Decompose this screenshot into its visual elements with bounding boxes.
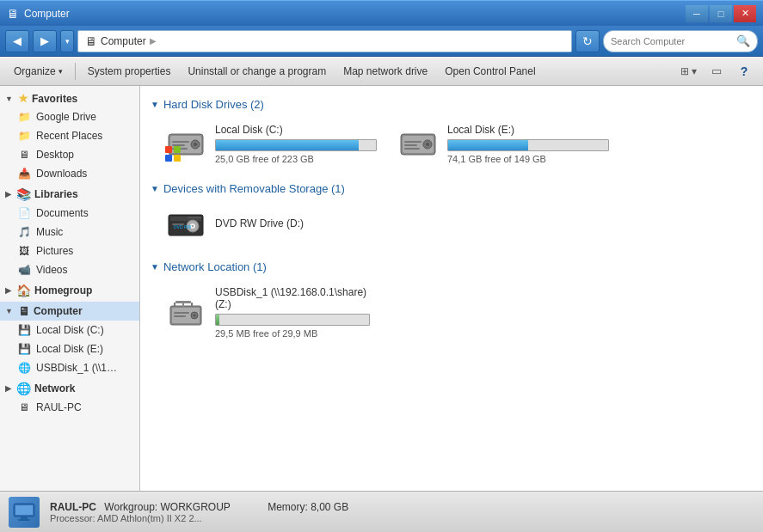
svg-point-14 — [426, 143, 429, 146]
svg-rect-7 — [165, 146, 172, 153]
minimize-button[interactable]: ─ — [686, 5, 708, 22]
title-bar: 🖥 Computer ─ □ ✕ — [0, 0, 763, 26]
close-button[interactable]: ✕ — [734, 5, 756, 22]
back-button[interactable]: ◀ — [5, 30, 29, 52]
uninstall-button[interactable]: Uninstall or change a program — [181, 60, 333, 83]
homegroup-label: Homegroup — [34, 284, 92, 297]
google-drive-icon: 📁 — [17, 110, 31, 124]
drive-e-space: 74,1 GB free of 149 GB — [447, 154, 609, 164]
preview-pane-button[interactable]: ▭ — [705, 60, 729, 83]
removable-section-arrow: ▼ — [151, 184, 159, 193]
window-icon: 🖥 — [7, 7, 19, 21]
refresh-button[interactable]: ↻ — [575, 30, 600, 52]
search-icon[interactable]: 🔍 — [736, 34, 750, 47]
sidebar-item-music[interactable]: 🎵 Music — [0, 223, 139, 242]
drive-e-name: Local Disk (E:) — [447, 124, 609, 136]
net-icon-container — [165, 296, 206, 330]
sidebar-section-favorites: ▼ ★ Favorites 📁 Google Drive 📁 Recent Pl… — [0, 89, 139, 183]
uninstall-label: Uninstall or change a program — [188, 65, 326, 77]
svg-rect-39 — [18, 519, 30, 521]
dvd-info: DVD RW Drive (D:) — [215, 217, 377, 233]
organize-button[interactable]: Organize ▾ — [7, 60, 70, 83]
drive-item-e[interactable]: Local Disk (E:) 74,1 GB free of 149 GB — [391, 119, 615, 168]
svg-rect-35 — [191, 303, 193, 306]
drive-item-network[interactable]: USBDisk_1 (\\192.168.0.1\share) (Z:) 29,… — [159, 282, 383, 343]
map-network-label: Map network drive — [343, 65, 428, 77]
sidebar-item-usbdisk[interactable]: 🌐 USBDisk_1 (\\192.16 — [0, 358, 139, 377]
drive-e-info: Local Disk (E:) 74,1 GB free of 149 GB — [447, 124, 609, 164]
network-drives-row: USBDisk_1 (\\192.168.0.1\share) (Z:) 29,… — [151, 282, 753, 343]
sidebar-item-label: RAUL-PC — [36, 401, 82, 413]
sidebar-item-label: Documents — [36, 207, 89, 219]
svg-rect-8 — [174, 146, 181, 153]
svg-rect-33 — [175, 301, 191, 303]
view-options-button[interactable]: ⊞ ▾ — [676, 60, 701, 83]
music-icon: 🎵 — [17, 225, 31, 239]
network-label: Network — [34, 382, 75, 394]
sidebar-item-label: Desktop — [36, 149, 74, 161]
sidebar-item-google-drive[interactable]: 📁 Google Drive — [0, 107, 139, 126]
path-text: Computer — [101, 35, 146, 47]
svg-point-23 — [192, 225, 194, 227]
sidebar-item-downloads[interactable]: 📥 Downloads — [0, 164, 139, 183]
address-path[interactable]: 🖥 Computer ▶ — [77, 30, 572, 52]
search-box[interactable]: 🔍 — [603, 30, 758, 52]
removable-section-header[interactable]: ▼ Devices with Removable Storage (1) — [151, 182, 753, 195]
sidebar: ▼ ★ Favorites 📁 Google Drive 📁 Recent Pl… — [0, 86, 140, 491]
libraries-expand-icon: ▶ — [5, 190, 11, 199]
search-input[interactable] — [611, 36, 733, 46]
network-expand-icon: ▶ — [5, 384, 11, 393]
favorites-label: Favorites — [32, 93, 77, 105]
system-properties-button[interactable]: System properties — [81, 60, 178, 83]
net-drive-name: USBDisk_1 (\\192.168.0.1\share) (Z:) — [215, 286, 377, 310]
computer-expand-icon: ▼ — [5, 307, 13, 315]
network-section-arrow: ▼ — [151, 262, 159, 272]
hard-disk-section-header[interactable]: ▼ Hard Disk Drives (2) — [151, 98, 753, 111]
homegroup-expand-icon: ▶ — [5, 286, 11, 295]
drive-c-info: Local Disk (C:) 25,0 GB free of 223 GB — [215, 124, 377, 164]
sidebar-item-videos[interactable]: 📹 Videos — [0, 260, 139, 279]
status-info: RAUL-PC Workgroup: WORKGROUP Memory: 8,0… — [50, 501, 348, 523]
sidebar-item-raul-pc[interactable]: 🖥 RAUL-PC — [0, 398, 139, 417]
sidebar-item-label: Recent Places — [36, 130, 102, 142]
svg-rect-15 — [404, 141, 421, 143]
sidebar-header-homegroup[interactable]: ▶ 🏠 Homegroup — [0, 281, 139, 300]
sidebar-header-network[interactable]: ▶ 🌐 Network — [0, 379, 139, 398]
control-panel-button[interactable]: Open Control Panel — [438, 60, 542, 83]
libraries-label: Libraries — [34, 188, 78, 200]
sidebar-item-documents[interactable]: 📄 Documents — [0, 204, 139, 223]
sidebar-item-label: Local Disk (E:) — [36, 343, 103, 355]
network-section-title: Network Location (1) — [163, 260, 267, 273]
homegroup-icon: 🏠 — [16, 284, 31, 297]
sidebar-item-recent-places[interactable]: 📁 Recent Places — [0, 126, 139, 145]
sidebar-item-local-c[interactable]: 💾 Local Disk (C:) — [0, 321, 139, 339]
forward-button[interactable]: ▶ — [33, 30, 57, 52]
sidebar-item-label: USBDisk_1 (\\192.16 — [36, 362, 122, 374]
sidebar-item-desktop[interactable]: 🖥 Desktop — [0, 145, 139, 164]
maximize-button[interactable]: □ — [710, 5, 732, 22]
local-e-icon: 💾 — [17, 342, 31, 356]
drive-item-c[interactable]: Local Disk (C:) 25,0 GB free of 223 GB — [159, 119, 383, 168]
status-computer-name: RAUL-PC Workgroup: WORKGROUP Memory: 8,0… — [50, 501, 348, 513]
svg-rect-38 — [21, 517, 28, 519]
organize-dropdown-icon: ▾ — [58, 67, 63, 76]
map-network-button[interactable]: Map network drive — [336, 60, 434, 83]
sidebar-header-libraries[interactable]: ▶ 📚 Libraries — [0, 185, 139, 204]
local-c-icon: 💾 — [17, 323, 31, 337]
svg-rect-37 — [15, 505, 33, 515]
sidebar-item-pictures[interactable]: 🖼 Pictures — [0, 242, 139, 260]
main-layout: ▼ ★ Favorites 📁 Google Drive 📁 Recent Pl… — [0, 86, 763, 491]
svg-rect-31 — [174, 315, 186, 317]
svg-point-3 — [194, 143, 197, 146]
drive-item-dvd[interactable]: DVD RW DVD RW Drive (D:) — [159, 204, 383, 247]
network-section-header[interactable]: ▼ Network Location (1) — [151, 260, 753, 273]
pictures-icon: 🖼 — [17, 244, 31, 258]
sidebar-item-label: Music — [36, 226, 63, 238]
sidebar-header-computer[interactable]: ▼ 🖥 Computer — [0, 302, 139, 321]
help-button[interactable]: ? — [732, 60, 756, 83]
nav-dropdown-button[interactable]: ▾ — [60, 30, 74, 52]
sidebar-header-favorites[interactable]: ▼ ★ Favorites — [0, 89, 139, 107]
hard-drives-row: Local Disk (C:) 25,0 GB free of 223 GB — [151, 119, 753, 168]
sidebar-item-local-e[interactable]: 💾 Local Disk (E:) — [0, 339, 139, 358]
control-panel-label: Open Control Panel — [445, 65, 535, 77]
